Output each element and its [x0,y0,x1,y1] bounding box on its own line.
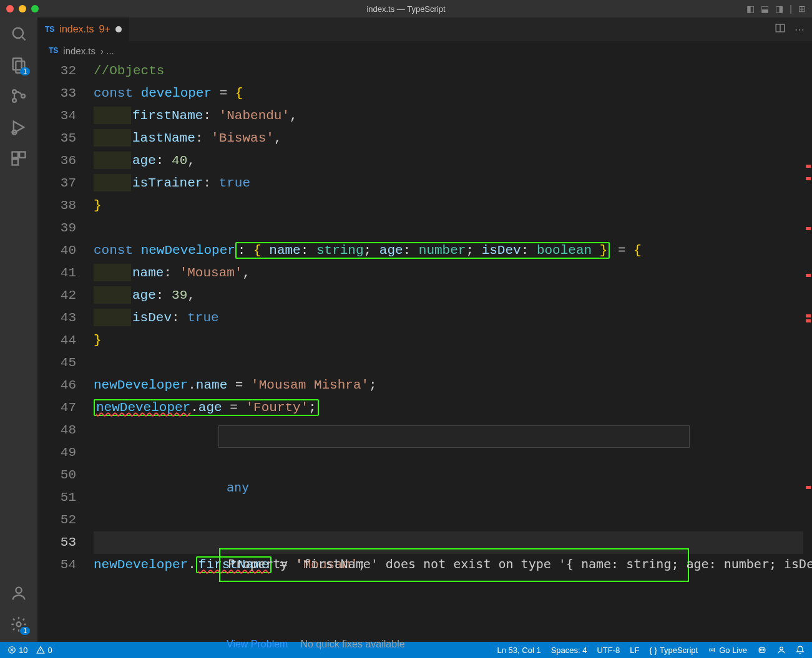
activity-bar: 1 1 [0,17,37,642]
ts-lang-icon: TS [45,25,54,34]
code-editor[interactable]: 3233343536373839404142434445464748495051… [37,60,812,642]
hover-tooltip: any Property 'firstName' does not exist … [218,425,690,448]
run-debug-icon[interactable] [10,119,27,136]
breadcrumbs[interactable]: TS index.ts › ... [37,41,812,60]
tab-index-ts[interactable]: TS index.ts 9+ [37,17,130,41]
code-content[interactable]: //Objects const developer = { firstName:… [94,60,812,642]
problems-warnings[interactable]: 0 [36,646,52,655]
bell-icon[interactable] [796,646,805,654]
layout-right-icon[interactable]: ◨ [775,4,783,14]
svg-point-17 [763,649,764,651]
tab-filename: index.ts [59,24,94,35]
go-live[interactable]: Go Live [708,646,747,655]
explorer-badge: 1 [20,67,30,75]
svg-point-11 [17,622,21,627]
layout-left-icon[interactable]: ◧ [746,4,755,14]
svg-point-16 [760,649,761,651]
titlebar: index.ts — TypeScript ◧ ⬓ ◨ | ⊞ [0,0,812,17]
main: 1 1 TS index.ts 9+ [0,17,812,642]
search-icon[interactable] [10,25,27,42]
layout-grid-icon[interactable]: ⊞ [798,4,806,14]
account-icon[interactable] [10,584,27,602]
view-problem-link[interactable]: View Problem [227,633,288,656]
maximize-window[interactable] [31,5,39,12]
extensions-icon[interactable] [10,150,27,167]
svg-point-10 [16,588,21,593]
svg-point-0 [13,28,23,38]
tab-modified-count: 9+ [99,24,110,35]
source-control-icon[interactable] [10,87,27,105]
titlebar-actions: ◧ ⬓ ◨ | ⊞ [746,4,806,14]
breadcrumb-more: › ... [100,46,114,56]
minimize-window[interactable] [19,5,26,12]
svg-rect-9 [12,159,18,165]
editor-area: TS index.ts 9+ ⋯ TS index.ts › ... 32333… [37,17,812,642]
svg-point-18 [780,647,783,650]
svg-point-14 [711,649,713,651]
traffic-lights [6,5,39,12]
split-editor-icon[interactable] [775,22,786,36]
line-numbers: 3233343536373839404142434445464748495051… [37,60,94,642]
feedback-icon[interactable] [777,646,786,654]
unsaved-dot-icon [115,26,122,32]
no-quick-fix-label: No quick fixes available [300,633,404,656]
svg-point-4 [12,99,16,102]
more-icon[interactable]: ⋯ [795,24,805,36]
tooltip-type: any [219,471,689,503]
breadcrumb-file: index.ts [63,46,95,56]
window-title: index.ts — TypeScript [366,4,445,14]
layout-bottom-icon[interactable]: ⬓ [761,4,769,14]
divider: | [790,4,792,14]
tabs: TS index.ts 9+ ⋯ [37,17,812,41]
problems-errors[interactable]: 10 [7,646,27,655]
svg-rect-8 [19,152,25,158]
settings-badge: 1 [20,627,30,635]
tooltip-message: Property 'firstName' does not exist on t… [219,548,689,582]
copilot-icon[interactable] [757,645,767,655]
svg-point-3 [12,90,16,94]
ts-lang-icon: TS [49,46,58,55]
svg-rect-7 [12,152,18,158]
close-window[interactable] [6,5,14,12]
